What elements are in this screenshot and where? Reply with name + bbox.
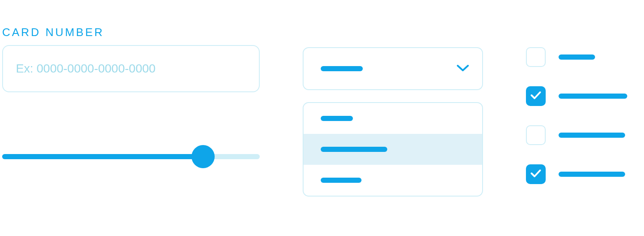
dropdown-option[interactable] (304, 165, 482, 196)
checkbox-label (559, 172, 625, 177)
chevron-down-icon (456, 64, 469, 74)
check-icon (530, 91, 541, 101)
checkbox-row (526, 47, 638, 67)
checkbox-label (559, 133, 625, 138)
checkbox[interactable] (526, 125, 546, 145)
slider-thumb[interactable] (191, 145, 215, 168)
slider-fill (2, 154, 203, 159)
dropdown-option[interactable] (304, 134, 482, 165)
checkbox-row (526, 125, 638, 145)
card-number-label: CARD NUMBER (2, 26, 260, 39)
checkbox-row (526, 86, 638, 106)
check-icon (530, 169, 541, 179)
range-slider[interactable] (2, 144, 260, 169)
dropdown-select[interactable] (303, 47, 483, 90)
checkbox[interactable] (526, 47, 546, 67)
dropdown-option-label (321, 147, 387, 152)
card-number-input[interactable] (2, 45, 260, 92)
dropdown-option-label (321, 178, 361, 183)
checkbox[interactable] (526, 86, 546, 106)
checkbox-row (526, 164, 638, 184)
checkbox-label (559, 54, 595, 60)
dropdown-list (303, 102, 483, 197)
dropdown-option[interactable] (304, 103, 482, 134)
checkbox-label (559, 94, 627, 99)
checkbox[interactable] (526, 164, 546, 184)
dropdown-selected-value (321, 66, 363, 71)
dropdown-option-label (321, 116, 353, 121)
